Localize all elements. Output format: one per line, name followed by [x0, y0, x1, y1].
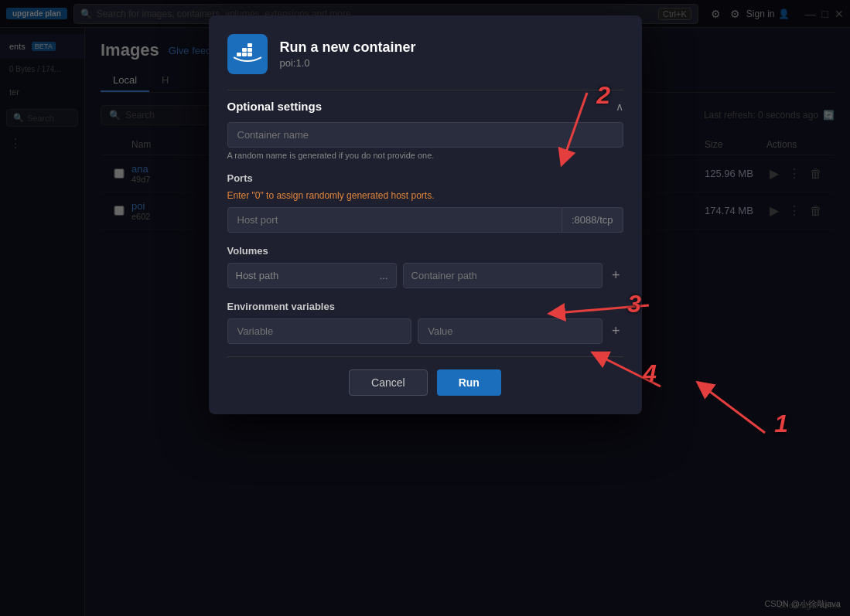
optional-settings-toggle[interactable]: Optional settings ∧ [227, 90, 623, 122]
run-container-modal: Run a new container poi:1.0 Optional set… [209, 15, 642, 414]
svg-rect-2 [247, 53, 252, 56]
csdn-watermark: CSDN @小徐敲java [764, 598, 841, 610]
volumes-label: Volumes [227, 245, 623, 257]
host-port-input[interactable] [227, 207, 563, 233]
chevron-up-icon: ∧ [616, 100, 623, 113]
env-row: + [227, 318, 623, 344]
modal-overlay: Run a new container poi:1.0 Optional set… [0, 0, 850, 616]
add-volume-button[interactable]: + [609, 264, 623, 287]
ports-hint: Enter "0" to assign randomly generated h… [227, 190, 623, 201]
host-path-field[interactable]: Host path ... [227, 263, 397, 288]
container-name-input[interactable] [227, 122, 623, 148]
ports-group: Ports Enter "0" to assign randomly gener… [227, 172, 623, 233]
value-input[interactable] [418, 318, 603, 344]
run-button[interactable]: Run [437, 369, 501, 396]
add-env-button[interactable]: + [609, 320, 623, 342]
container-path-input[interactable] [403, 263, 603, 288]
svg-rect-0 [237, 53, 241, 56]
optional-settings-label: Optional settings [227, 100, 323, 113]
variable-input[interactable] [227, 318, 412, 344]
port-suffix: :8088/tcp [562, 207, 623, 233]
browse-dots[interactable]: ... [380, 270, 388, 281]
svg-rect-5 [247, 43, 252, 47]
port-row: :8088/tcp [227, 207, 623, 233]
container-name-hint: A random name is generated if you do not… [227, 151, 623, 160]
svg-rect-1 [242, 53, 247, 56]
env-vars-group: Environment variables + [227, 301, 623, 344]
volumes-group: Volumes Host path ... + [227, 245, 623, 288]
env-vars-label: Environment variables [227, 301, 623, 312]
container-name-group: A random name is generated if you do not… [227, 122, 623, 160]
svg-rect-3 [242, 48, 247, 52]
modal-footer: Cancel Run [227, 369, 623, 396]
modal-header: Run a new container poi:1.0 [227, 34, 623, 74]
volume-row: Host path ... + [227, 263, 623, 288]
ports-label: Ports [227, 172, 623, 184]
docker-logo-icon [227, 34, 268, 74]
modal-divider [227, 356, 623, 357]
modal-title: Run a new container [280, 39, 416, 56]
modal-subtitle: poi:1.0 [280, 57, 416, 69]
svg-rect-4 [247, 48, 252, 52]
cancel-button[interactable]: Cancel [349, 369, 428, 396]
